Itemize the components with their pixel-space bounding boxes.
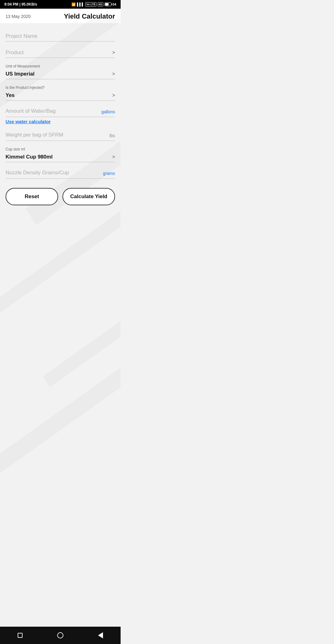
4g-icon: 4G [98, 2, 103, 7]
injected-group: Is the Product Injected? Yes > [6, 85, 115, 101]
back-nav-icon [98, 632, 103, 638]
recents-nav-button[interactable] [16, 631, 24, 640]
status-speed: | 95.0KB/s [19, 2, 37, 7]
project-name-group [6, 31, 115, 41]
weight-row: lbs [6, 131, 115, 141]
nozzle-density-group: grams [6, 168, 115, 179]
unit-chevron-icon: > [112, 71, 115, 77]
wifi-icon: 📶 [71, 2, 76, 7]
unit-select[interactable]: US Imperial > [6, 69, 115, 79]
injected-chevron-icon: > [112, 93, 115, 98]
form-area: Product > Unit of Measurement US Imperia… [0, 24, 121, 239]
svg-line-3 [46, 250, 121, 382]
square-nav-icon [18, 633, 23, 638]
calculate-yield-button[interactable]: Calculate Yield [62, 188, 115, 205]
unit-of-measurement-group: Unit of Measurement US Imperial > [6, 64, 115, 79]
water-amount-group: gallons Use water calculator [6, 107, 115, 124]
unit-value: US Imperial [6, 71, 35, 77]
home-nav-button[interactable] [56, 631, 65, 640]
status-time-speed: 9:04 PM | 95.0KB/s [4, 2, 37, 7]
nozzle-row: grams [6, 168, 115, 179]
weight-input[interactable] [6, 131, 107, 139]
back-nav-button[interactable] [96, 631, 105, 640]
status-icons: 📶 ▌▌▌ Vo LTE 4G 34 [71, 2, 116, 7]
product-placeholder: Product [6, 50, 24, 56]
water-calculator-link[interactable]: Use water calculator [6, 119, 51, 124]
button-row: Reset Calculate Yield [6, 188, 115, 211]
water-amount-input[interactable] [6, 107, 99, 115]
header: 13 May 2020 Yield Calculator [0, 9, 121, 24]
cup-size-select[interactable]: Kimmel Cup 980ml > [6, 152, 115, 162]
weight-per-bag-group: lbs [6, 131, 115, 141]
svg-line-4 [0, 349, 121, 481]
nozzle-unit: grams [103, 171, 115, 177]
unit-label: Unit of Measurement [6, 64, 115, 68]
cup-size-label: Cup size ml [6, 147, 115, 151]
cup-size-group: Cup size ml Kimmel Cup 980ml > [6, 147, 115, 162]
injected-select[interactable]: Yes > [6, 90, 115, 101]
signal-icon: ▌▌▌ [77, 2, 84, 6]
network-icon: Vo LTE [85, 2, 96, 7]
water-amount-unit: gallons [101, 109, 115, 115]
water-amount-row: gallons [6, 107, 115, 117]
header-date: 13 May 2020 [6, 14, 31, 19]
product-select[interactable]: Product > [6, 48, 115, 58]
injected-value: Yes [6, 92, 15, 98]
reset-button[interactable]: Reset [6, 188, 58, 205]
injected-label: Is the Product Injected? [6, 85, 115, 90]
header-title: Yield Calculator [64, 12, 115, 20]
product-group: Product > [6, 48, 115, 58]
bottom-nav [0, 627, 121, 644]
cup-size-chevron-icon: > [112, 154, 115, 160]
battery-level: 34 [113, 2, 116, 6]
cup-size-value: Kimmel Cup 980ml [6, 154, 53, 160]
nozzle-density-input[interactable] [6, 168, 101, 177]
circle-nav-icon [57, 632, 63, 638]
status-time: 9:04 PM [4, 2, 18, 7]
weight-unit: lbs [109, 133, 115, 139]
status-bar: 9:04 PM | 95.0KB/s 📶 ▌▌▌ Vo LTE 4G 34 [0, 0, 121, 9]
project-name-input[interactable] [6, 31, 115, 41]
battery-icon [105, 2, 111, 6]
product-chevron-icon: > [112, 50, 115, 55]
